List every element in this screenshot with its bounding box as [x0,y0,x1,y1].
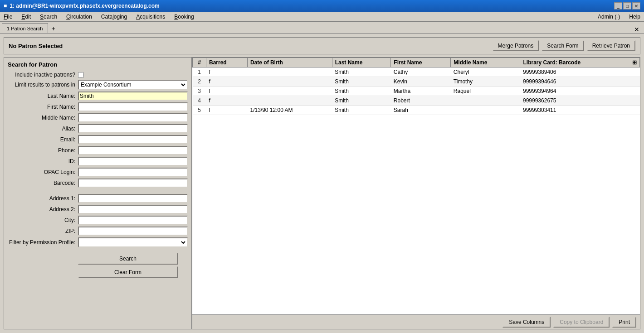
title-bar-left: ■ 1: admin@BR1-winxpvmfx.phasefx.evergre… [4,3,160,9]
address1-label: Address 1: [8,195,78,202]
menu-circulation[interactable]: Circulation [64,13,94,20]
phone-input[interactable] [78,146,188,155]
id-input[interactable] [78,157,188,166]
opac-login-label: OPAC Login: [8,169,78,175]
cell-barcode: 99999394646 [520,77,640,87]
table-row[interactable]: 1 f Smith Cathy Cheryl 99999389406 [193,68,640,77]
results-table-wrapper[interactable]: # Barred Date of Birth Last Name First N… [192,58,640,314]
content-row: Search for Patron Include inactive patro… [4,57,640,329]
include-inactive-checkbox[interactable] [78,72,84,78]
cell-num: 4 [193,96,206,106]
menu-acquisitions[interactable]: Acquisitions [134,13,167,20]
cell-barcode: 99999362675 [520,96,640,106]
col-header-last: Last Name [332,58,391,68]
include-inactive-row: Include inactive patrons? [8,72,188,78]
zip-label: ZIP: [8,228,78,234]
minimize-button[interactable]: _ [614,2,622,10]
id-label: ID: [8,158,78,164]
email-input[interactable] [78,135,188,144]
middle-name-input[interactable] [78,113,188,122]
city-label: City: [8,217,78,223]
title-bar: ■ 1: admin@BR1-winxpvmfx.phasefx.evergre… [0,0,644,12]
print-button[interactable]: Print [612,317,636,328]
zip-input[interactable] [78,227,188,236]
address1-row: Address 1: [8,194,188,203]
opac-login-row: OPAC Login: [8,168,188,177]
alias-row: Alias: [8,124,188,133]
cell-last: Smith [332,68,391,77]
barcode-input[interactable] [78,179,188,188]
menu-help[interactable]: Help [627,13,642,20]
menu-bar: File Edit Search Circulation Cataloging … [0,12,644,22]
col-header-first: First Name [391,58,451,68]
include-inactive-label: Include inactive patrons? [8,72,78,78]
patron-search-tab[interactable]: 1 Patron Search [2,23,48,33]
opac-login-input[interactable] [78,168,188,177]
last-name-input[interactable] [78,92,188,101]
cell-num: 1 [193,68,206,77]
cell-first: Sarah [391,106,451,115]
cell-last: Smith [332,77,391,87]
first-name-label: First Name: [8,104,78,110]
table-row[interactable]: 2 f Smith Kevin Timothy 99999394646 [193,77,640,87]
cell-dob [247,68,332,77]
top-panel: No Patron Selected Merge Patrons Search … [4,37,640,54]
table-row[interactable]: 5 f 1/13/90 12:00 AM Smith Sarah 9999930… [193,106,640,115]
cell-middle: Cheryl [451,68,520,77]
menu-booking[interactable]: Booking [172,13,195,20]
add-tab-button[interactable]: + [48,24,59,33]
cell-barred: f [206,68,248,77]
filter-profile-select[interactable] [78,237,188,247]
table-header-row: # Barred Date of Birth Last Name First N… [193,58,640,68]
alias-input[interactable] [78,124,188,133]
last-name-row: Last Name: [8,92,188,101]
cell-middle: Timothy [451,77,520,87]
menu-file[interactable]: File [2,13,14,20]
bottom-bar: Save Columns Copy to Clipboard Print [192,314,640,329]
address1-input[interactable] [78,194,188,203]
menu-cataloging[interactable]: Cataloging [99,13,129,20]
limit-results-label: Limit results to patrons in [8,82,78,88]
menu-search[interactable]: Search [38,13,59,20]
main-content: No Patron Selected Merge Patrons Search … [0,34,644,333]
save-columns-button[interactable]: Save Columns [503,317,551,328]
menu-edit[interactable]: Edit [20,13,33,20]
alias-label: Alias: [8,125,78,132]
first-name-input[interactable] [78,102,188,111]
city-input[interactable] [78,216,188,225]
close-button[interactable]: ✕ [632,2,640,10]
table-row[interactable]: 4 f Smith Robert 99999362675 [193,96,640,106]
title-bar-controls: _ □ ✕ [614,2,640,10]
address2-label: Address 2: [8,206,78,212]
cell-barred: f [206,77,248,87]
cell-middle [451,96,520,106]
phone-row: Phone: [8,146,188,155]
email-row: Email: [8,135,188,144]
filter-profile-row: Filter by Permission Profile: [8,237,188,247]
cell-barred: f [206,106,248,115]
cell-barcode: 99999394964 [520,87,640,96]
table-row[interactable]: 3 f Smith Martha Raquel 99999394964 [193,87,640,96]
search-button[interactable]: Search [78,253,178,265]
cell-barred: f [206,87,248,96]
window-title: 1: admin@BR1-winxpvmfx.phasefx.evergreen… [10,3,159,9]
retrieve-patron-button[interactable]: Retrieve Patron [587,40,635,51]
city-row: City: [8,216,188,225]
last-name-label: Last Name: [8,93,78,99]
zip-row: ZIP: [8,227,188,236]
maximize-button[interactable]: □ [623,2,631,10]
cell-first: Martha [391,87,451,96]
cell-last: Smith [332,87,391,96]
copy-clipboard-button[interactable]: Copy to Clipboard [553,317,610,328]
clear-form-button[interactable]: Clear Form [78,266,178,278]
cell-num: 2 [193,77,206,87]
close-app-button[interactable]: ✕ [631,26,642,33]
search-form-button[interactable]: Search Form [542,40,584,51]
address2-input[interactable] [78,205,188,214]
merge-patrons-button[interactable]: Merge Patrons [493,40,539,51]
limit-results-select[interactable]: Example Consortium [78,80,188,90]
menu-admin[interactable]: Admin (-) [596,13,622,20]
id-row: ID: [8,157,188,166]
col-header-dob: Date of Birth [247,58,332,68]
middle-name-row: Middle Name: [8,113,188,122]
